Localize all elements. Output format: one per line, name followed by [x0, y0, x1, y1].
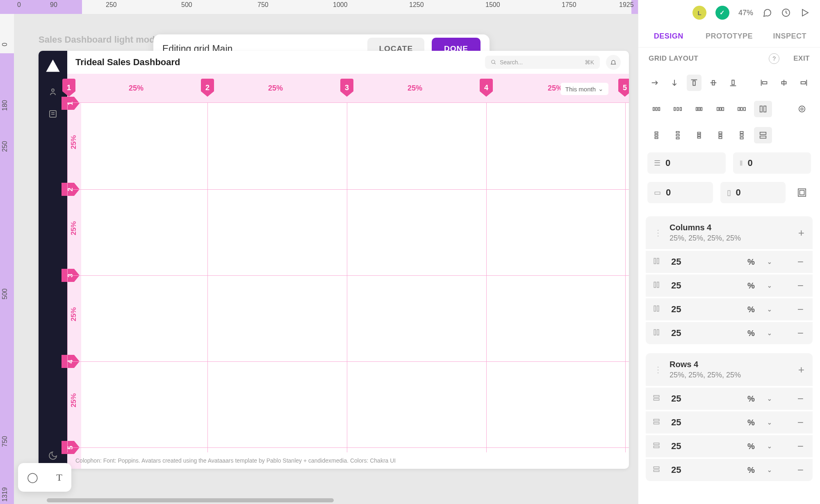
user-avatar[interactable]: L [692, 6, 706, 20]
track-value[interactable]: 25 [667, 465, 738, 475]
drag-icon[interactable]: ⋮ [654, 228, 662, 238]
dist-h-3-icon[interactable] [690, 101, 708, 117]
dist-v-3-icon[interactable] [690, 127, 708, 143]
col-marker-4[interactable]: 4 [480, 79, 493, 97]
remove-track-button[interactable]: − [795, 327, 806, 340]
align-v-center-icon[interactable] [706, 75, 721, 91]
tab-prototype[interactable]: PROTOTYPE [699, 25, 760, 47]
dist-v-4-icon[interactable] [711, 127, 729, 143]
col-marker-5[interactable]: 5 [618, 79, 629, 97]
list-icon[interactable] [48, 109, 58, 119]
dist-h-stretch-icon[interactable] [754, 101, 772, 117]
comment-icon[interactable] [762, 8, 772, 18]
remove-track-button[interactable]: − [795, 393, 806, 405]
remove-track-button[interactable]: − [795, 440, 806, 453]
track-unit[interactable]: %⌄ [744, 305, 788, 314]
track-unit[interactable]: %⌄ [744, 442, 788, 451]
row-gap-input[interactable]: ☰ 0 [647, 152, 726, 174]
history-icon[interactable] [781, 8, 791, 18]
dist-v-1-icon[interactable] [647, 127, 665, 143]
track-icon [652, 281, 661, 291]
expand-padding-icon[interactable] [793, 182, 811, 203]
tab-inspect[interactable]: INSPECT [759, 25, 820, 47]
month-filter[interactable]: This month⌄ [560, 83, 608, 95]
panel-tabs: DESIGN PROTOTYPE INSPECT [638, 25, 820, 48]
dist-v-5-icon[interactable] [733, 127, 751, 143]
pad-vertical-input[interactable]: ▭ 0 [647, 182, 713, 203]
track-unit[interactable]: %⌄ [744, 465, 788, 475]
svg-rect-71 [654, 443, 659, 445]
dist-h-5-icon[interactable] [733, 101, 751, 117]
track-value[interactable]: 25 [667, 304, 738, 315]
remove-track-button[interactable]: − [795, 279, 806, 292]
align-v-end-icon[interactable] [726, 75, 740, 91]
track-value[interactable]: 25 [667, 280, 738, 291]
sync-status-icon[interactable]: ✓ [715, 6, 729, 20]
remove-track-button[interactable]: − [795, 303, 806, 316]
svg-rect-62 [657, 282, 659, 287]
svg-rect-35 [744, 107, 746, 110]
moon-icon[interactable] [48, 451, 58, 461]
user-icon[interactable] [48, 87, 58, 97]
col-gap-input[interactable]: ⦀ 0 [733, 152, 811, 174]
dist-v-2-icon[interactable] [669, 127, 687, 143]
exit-button[interactable]: EXIT [793, 54, 810, 63]
chevron-down-icon: ⌄ [767, 395, 772, 402]
track-unit[interactable]: %⌄ [744, 281, 788, 291]
col-marker-3[interactable]: 3 [340, 79, 353, 97]
track-row: 25%⌄− [646, 273, 813, 297]
dashboard-frame[interactable]: Trideal Sales Dashboard Search... ⌘K 1 2… [39, 51, 629, 469]
svg-rect-41 [655, 134, 658, 136]
tab-design[interactable]: DESIGN [638, 25, 699, 47]
svg-point-0 [52, 89, 54, 91]
track-unit[interactable]: %⌄ [744, 418, 788, 427]
remove-track-button[interactable]: − [795, 256, 806, 268]
direction-row-icon[interactable] [647, 75, 662, 91]
help-icon[interactable]: ? [769, 53, 779, 64]
track-unit[interactable]: %⌄ [744, 257, 788, 267]
drag-icon[interactable]: ⋮ [654, 365, 662, 375]
zoom-level[interactable]: 47% [738, 9, 753, 17]
col-marker-2[interactable]: 2 [201, 79, 214, 97]
track-value[interactable]: 25 [667, 328, 738, 338]
svg-rect-20 [801, 82, 806, 84]
track-value[interactable]: 25 [667, 393, 738, 404]
direction-column-icon[interactable] [667, 75, 682, 91]
add-column-button[interactable]: + [798, 227, 804, 239]
track-value[interactable]: 25 [667, 417, 738, 428]
dist-h-4-icon[interactable] [711, 101, 729, 117]
remove-track-button[interactable]: − [795, 464, 806, 477]
distribute-row-2 [638, 122, 820, 148]
bell-icon[interactable] [606, 55, 621, 70]
svg-rect-37 [764, 106, 766, 112]
svg-rect-24 [674, 107, 676, 110]
track-row: 25%⌄− [646, 434, 813, 457]
svg-rect-10 [693, 81, 695, 85]
pad-horizontal-input[interactable]: ▯ 0 [720, 182, 786, 203]
play-icon[interactable] [800, 8, 810, 18]
align-h-start-icon[interactable] [757, 75, 772, 91]
text-tool-icon[interactable]: T [56, 472, 62, 483]
track-unit[interactable]: %⌄ [744, 394, 788, 404]
canvas-stage[interactable]: Sales Dashboard light mode Editing grid … [14, 14, 638, 504]
add-row-button[interactable]: + [798, 363, 804, 376]
svg-rect-72 [654, 446, 659, 448]
track-row: 25%⌄− [646, 410, 813, 434]
align-h-center-icon[interactable] [777, 75, 791, 91]
target-icon[interactable] [793, 101, 811, 117]
align-v-start-icon[interactable] [687, 75, 702, 91]
grid-cells[interactable] [67, 102, 629, 452]
dist-v-stretch-icon[interactable] [754, 127, 772, 143]
horizontal-scrollbar[interactable] [47, 498, 334, 502]
track-unit[interactable]: %⌄ [744, 329, 788, 338]
track-value[interactable]: 25 [667, 257, 738, 267]
svg-rect-46 [697, 132, 700, 134]
remove-track-button[interactable]: − [795, 416, 806, 429]
dist-h-2-icon[interactable] [669, 101, 687, 117]
align-h-end-icon[interactable] [796, 75, 811, 91]
logo-icon [45, 58, 61, 75]
shape-tool-icon[interactable]: ◯ [27, 472, 38, 483]
dist-h-1-icon[interactable] [647, 101, 665, 117]
track-value[interactable]: 25 [667, 441, 738, 452]
search-input[interactable]: Search... ⌘K [485, 56, 600, 69]
